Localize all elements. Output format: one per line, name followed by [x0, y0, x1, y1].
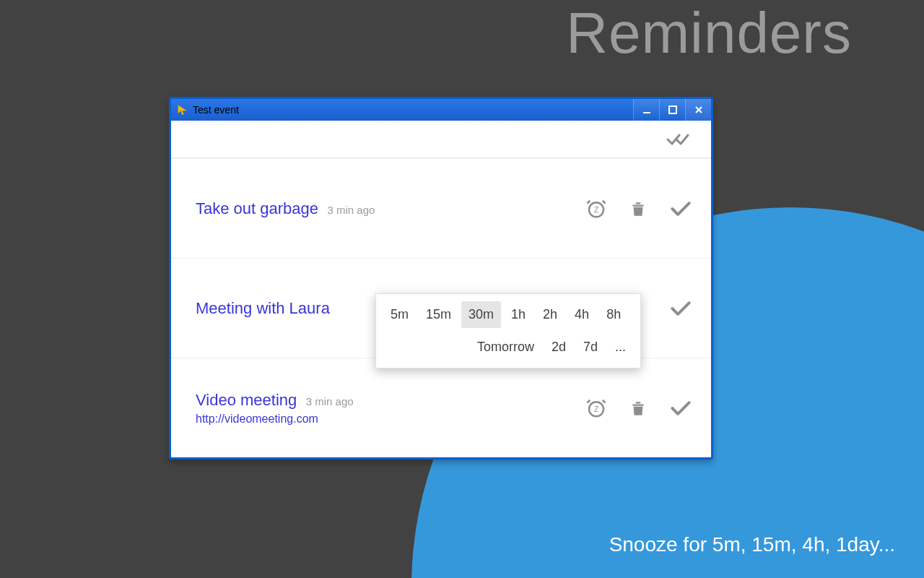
reminder-timestamp: 3 min ago	[327, 204, 375, 216]
done-button[interactable]	[669, 399, 692, 418]
reminders-window: Test event	[169, 97, 713, 460]
snooze-button[interactable]: Z	[585, 198, 607, 220]
window-title: Test event	[193, 104, 239, 116]
snooze-option-more[interactable]: ...	[608, 334, 633, 361]
maximize-button[interactable]	[659, 99, 685, 121]
snooze-popup: 5m 15m 30m 1h 2h 4h 8h Tomorrow 2d 7d ..…	[375, 293, 641, 368]
snooze-option-4h[interactable]: 4h	[567, 301, 596, 328]
reminder-timestamp: 3 min ago	[306, 395, 354, 407]
svg-text:Z: Z	[594, 206, 598, 214]
done-button[interactable]	[669, 199, 692, 218]
reminder-item: Take out garbage 3 min ago Z	[171, 158, 711, 258]
toolbar	[171, 121, 711, 158]
close-button[interactable]	[685, 99, 711, 121]
mark-all-done-button[interactable]	[666, 131, 692, 148]
snooze-option-1h[interactable]: 1h	[504, 301, 533, 328]
promo-stage: Reminders Snooze for 5m, 15m, 4h, 1day..…	[0, 0, 924, 578]
svg-text:Z: Z	[594, 405, 598, 413]
snooze-option-7d[interactable]: 7d	[576, 334, 605, 361]
reminder-link[interactable]: http://videomeeting.com	[196, 413, 354, 426]
page-caption: Snooze for 5m, 15m, 4h, 1day...	[609, 533, 895, 556]
titlebar: Test event	[171, 99, 711, 121]
done-button[interactable]	[669, 299, 692, 318]
snooze-option-5m[interactable]: 5m	[383, 301, 416, 328]
reminder-title[interactable]: Video meeting	[196, 391, 297, 409]
snooze-option-tomorrow[interactable]: Tomorrow	[470, 334, 541, 361]
reminder-title[interactable]: Meeting with Laura	[196, 299, 330, 317]
window-content: Take out garbage 3 min ago Z	[171, 121, 711, 457]
bell-icon	[175, 103, 188, 116]
minimize-button[interactable]	[633, 99, 659, 121]
snooze-option-15m[interactable]: 15m	[419, 301, 458, 328]
svg-rect-0	[643, 112, 650, 113]
delete-button[interactable]	[629, 198, 648, 220]
snooze-option-30m[interactable]: 30m	[461, 301, 501, 328]
snooze-option-2d[interactable]: 2d	[544, 334, 573, 361]
snooze-button[interactable]: Z	[585, 397, 607, 419]
svg-rect-1	[669, 106, 676, 113]
snooze-option-8h[interactable]: 8h	[599, 301, 628, 328]
snooze-option-2h[interactable]: 2h	[536, 301, 565, 328]
page-title: Reminders	[566, 0, 852, 66]
reminder-title[interactable]: Take out garbage	[196, 199, 318, 217]
reminder-item: Video meeting 3 min ago http://videomeet…	[171, 358, 711, 457]
delete-button[interactable]	[629, 397, 648, 419]
